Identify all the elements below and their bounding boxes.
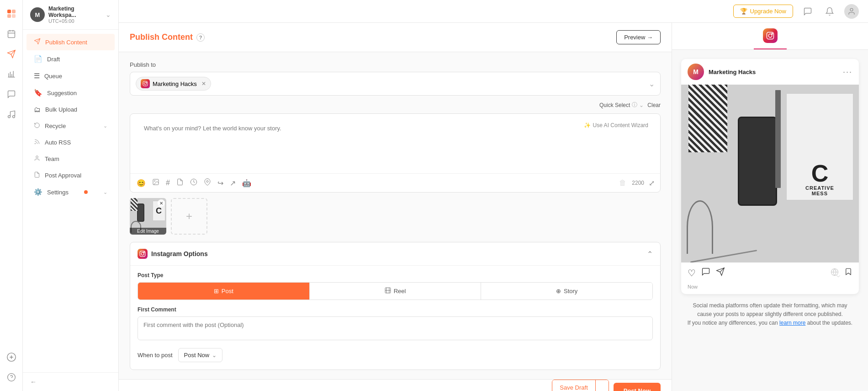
sidebar-item-draft[interactable]: 📄 Draft	[26, 51, 115, 67]
photo-button[interactable]	[151, 177, 160, 188]
nav-audio[interactable]	[2, 105, 21, 123]
media-thumb-close[interactable]: ✕	[158, 199, 165, 207]
media-image[interactable]: C ✕ Edit Image	[130, 198, 166, 235]
svg-point-27	[772, 33, 773, 34]
preview-tab-instagram[interactable]	[754, 23, 787, 49]
publish-to-label: Publish to	[130, 61, 661, 68]
bookmark-button[interactable]	[844, 268, 852, 278]
post-type-story-label: Story	[564, 288, 577, 295]
learn-more-link[interactable]: learn more	[779, 320, 805, 326]
delete-icon[interactable]: 🗑	[618, 178, 627, 188]
ai-wizard-button[interactable]: ✨ Use AI Content Wizard	[578, 122, 654, 129]
sidebar-item-post-approval[interactable]: Post Approval	[26, 167, 115, 183]
quick-select-button[interactable]: Quick Select ⓘ ⌄	[599, 101, 644, 109]
save-draft-button[interactable]: Save Draft Only Me	[552, 380, 595, 391]
preview-image: C CREATIVE MESS	[681, 85, 859, 262]
settings-chevron: ⌄	[103, 189, 107, 195]
messages-button[interactable]	[800, 4, 815, 19]
channel-tag-close[interactable]: ✕	[201, 80, 206, 87]
like-button[interactable]: ♡	[688, 268, 696, 279]
nav-help[interactable]	[2, 368, 21, 386]
sidebar-item-publish[interactable]: Publish Content	[26, 34, 115, 50]
workspace-header[interactable]: M Marketing Workspa... UTC+05:00 ⌄	[23, 0, 118, 30]
template-button[interactable]	[175, 177, 185, 188]
ai-wizard-label: Use AI Content Wizard	[593, 122, 648, 129]
nav-publish[interactable]	[2, 45, 21, 63]
post-type-story-button[interactable]: ⊕ Story	[481, 283, 652, 300]
first-comment-label: First Comment	[138, 306, 653, 313]
sidebar-item-label-draft: Draft	[47, 56, 60, 63]
edit-image-label[interactable]: Edit Image	[130, 228, 166, 235]
hashtag-button[interactable]: #	[165, 178, 171, 188]
add-media-button[interactable]: +	[171, 198, 207, 235]
sidebar-item-label-suggestion: Suggestion	[47, 90, 77, 96]
preview-button[interactable]: Preview →	[616, 30, 661, 44]
settings-badge	[84, 190, 88, 194]
boost-button[interactable]: ↗	[229, 178, 237, 188]
publish-icon	[34, 38, 41, 46]
user-avatar[interactable]	[844, 4, 859, 19]
quick-select-chevron: ⌄	[639, 102, 644, 108]
preview-panel: M Marketing Hacks ···	[672, 23, 868, 391]
post-text-input[interactable]	[137, 118, 578, 173]
schedule-button[interactable]	[189, 177, 198, 188]
emoji-picker-button[interactable]: 😊	[136, 178, 147, 188]
nav-add[interactable]	[2, 348, 21, 366]
publish-to-box[interactable]: Marketing Hacks ✕ ⌄	[130, 72, 661, 96]
collapse-sidebar[interactable]: ←	[30, 378, 111, 386]
instagram-options-toggle[interactable]: ⌃	[647, 250, 653, 258]
instagram-options-icon	[138, 249, 148, 259]
sidebar-item-auto-rss[interactable]: Auto RSS	[26, 134, 115, 150]
nav-analytics[interactable]	[2, 65, 21, 83]
svg-point-18	[141, 252, 144, 255]
sidebar-item-queue[interactable]: ☰ Queue	[26, 68, 115, 84]
help-icon[interactable]: ?	[196, 33, 205, 42]
svg-point-7	[35, 144, 35, 144]
clear-button[interactable]: Clear	[647, 102, 661, 108]
save-draft-dropdown-button[interactable]: ⌄	[595, 380, 609, 391]
upgrade-button[interactable]: 🏆 Upgrade Now	[733, 5, 794, 18]
instagram-options-section: Instagram Options ⌃ Post Type ⊞ Post	[130, 242, 661, 370]
share-action-button[interactable]	[716, 267, 725, 279]
media-thumb-1[interactable]: C ✕ Edit Image	[130, 198, 166, 235]
preview-more-button[interactable]: ···	[843, 67, 852, 77]
sidebar-item-bulk-upload[interactable]: 🗂 Bulk Upload	[26, 102, 115, 118]
nav-inbox[interactable]	[2, 85, 21, 103]
sidebar-item-suggestion[interactable]: 🔖 Suggestion	[26, 85, 115, 101]
sidebar-item-settings[interactable]: ⚙️ Settings ⌄	[26, 184, 115, 200]
publish-to-chevron[interactable]: ⌄	[649, 80, 655, 88]
sidebar: M Marketing Workspa... UTC+05:00 ⌄ Publi…	[23, 0, 119, 391]
sidebar-item-recycle[interactable]: Recycle ⌄	[26, 118, 115, 134]
channel-tag-marketing-hacks[interactable]: Marketing Hacks ✕	[136, 77, 211, 91]
expand-button[interactable]: ⤢	[649, 179, 655, 187]
queue-icon: ☰	[34, 72, 40, 80]
first-comment-input[interactable]	[138, 316, 653, 340]
post-now-select[interactable]: Post Now ⌄	[178, 348, 223, 362]
nav-calendar[interactable]	[2, 25, 21, 43]
instagram-options-header[interactable]: Instagram Options ⌃	[130, 242, 660, 266]
top-bar: 🏆 Upgrade Now	[119, 0, 868, 23]
char-count: 2200	[632, 180, 644, 186]
location-button[interactable]	[203, 177, 212, 188]
notice-text-1: Social media platforms often update thei…	[693, 302, 847, 317]
sidebar-item-team[interactable]: Team	[26, 151, 115, 167]
post-now-button[interactable]: Post Now	[614, 383, 661, 391]
post-type-post-button[interactable]: ⊞ Post	[138, 283, 310, 300]
comment-button[interactable]	[701, 267, 710, 279]
collapse-icon: ←	[30, 378, 37, 386]
post-type-reel-button[interactable]: Reel	[310, 283, 482, 300]
sidebar-item-label-bulk-upload: Bulk Upload	[45, 106, 77, 113]
post-now-chevron: ⌄	[212, 352, 217, 359]
instagram-preview-logo	[763, 28, 778, 43]
svg-point-6	[7, 374, 15, 381]
trophy-icon: 🏆	[740, 8, 747, 15]
workspace-name: Marketing Workspa...	[48, 5, 102, 18]
preview-card-header: M Marketing Hacks ···	[681, 59, 859, 85]
share-button[interactable]: ↪	[217, 178, 224, 188]
nav-logo[interactable]	[2, 5, 21, 23]
workspace-info: Marketing Workspa... UTC+05:00	[48, 5, 102, 24]
notifications-button[interactable]	[822, 4, 837, 19]
ai-icon: ✨	[584, 122, 591, 129]
svg-point-14	[154, 181, 155, 182]
robot-button[interactable]: 🤖	[241, 178, 252, 188]
